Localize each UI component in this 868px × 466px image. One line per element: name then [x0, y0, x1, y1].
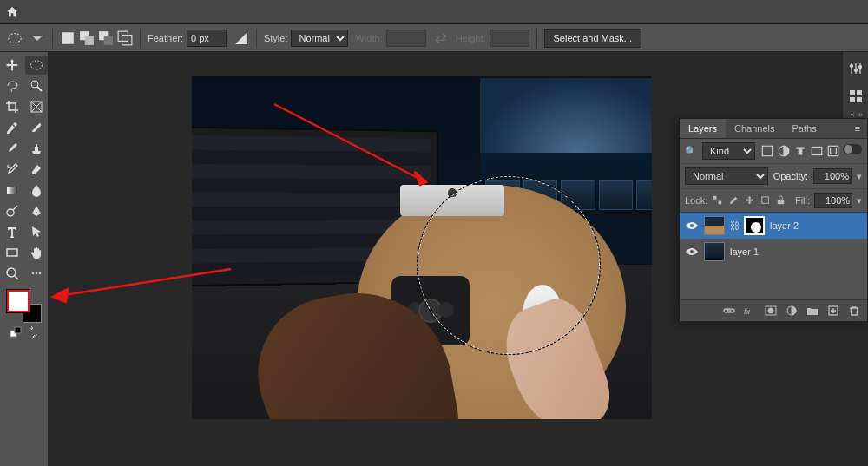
- new-layer-icon[interactable]: [827, 305, 839, 317]
- select-and-mask-button[interactable]: Select and Mask...: [544, 29, 642, 48]
- history-brush-tool-icon[interactable]: [1, 160, 23, 179]
- healing-brush-tool-icon[interactable]: [25, 118, 48, 137]
- svg-point-13: [32, 130, 34, 132]
- brush-tool-icon[interactable]: [1, 139, 23, 158]
- svg-rect-43: [778, 200, 785, 205]
- eraser-tool-icon[interactable]: [25, 160, 48, 179]
- feather-input[interactable]: [187, 30, 227, 47]
- layer-thumbnail[interactable]: [704, 242, 725, 261]
- foreground-color-swatch[interactable]: [7, 290, 30, 312]
- svg-rect-42: [761, 197, 768, 204]
- panel-menu-icon[interactable]: ≡: [848, 119, 867, 138]
- crop-tool-icon[interactable]: [1, 97, 23, 116]
- layer-filter-row: 🔍 Kind: [680, 139, 867, 164]
- layers-panel: « » Layers Channels Paths ≡ 🔍 Kind Norma…: [679, 118, 868, 322]
- lock-fill-row: Lock: Fill: ▾: [680, 189, 867, 213]
- lock-image-icon[interactable]: [727, 194, 739, 207]
- blur-tool-icon[interactable]: [25, 180, 48, 200]
- home-icon[interactable]: [5, 5, 19, 19]
- elliptical-marquee-tool-icon[interactable]: [25, 56, 48, 75]
- layer-thumbnail[interactable]: [704, 216, 725, 235]
- fill-input[interactable]: [814, 193, 852, 208]
- tab-layers[interactable]: Layers: [680, 119, 726, 138]
- layer-style-icon[interactable]: fx: [744, 305, 756, 317]
- group-icon[interactable]: [806, 305, 819, 317]
- svg-point-14: [39, 123, 41, 125]
- new-selection-icon[interactable]: [60, 30, 76, 46]
- opacity-dropdown-icon[interactable]: ▾: [857, 171, 862, 182]
- filter-type-icon[interactable]: [793, 144, 807, 158]
- blend-mode-select[interactable]: Normal: [685, 167, 768, 185]
- quick-selection-tool-icon[interactable]: [25, 76, 48, 95]
- lock-position-icon[interactable]: [744, 194, 755, 207]
- svg-marker-27: [53, 289, 68, 302]
- intersect-selection-icon[interactable]: [117, 30, 133, 46]
- link-layers-icon[interactable]: [723, 305, 735, 317]
- adjustments-dock-icon[interactable]: [848, 61, 864, 76]
- antialias-icon[interactable]: [233, 30, 249, 46]
- styles-dock-icon[interactable]: [848, 89, 864, 104]
- tool-preset-dropdown-icon[interactable]: [30, 30, 45, 46]
- adjustment-layer-icon[interactable]: [786, 305, 798, 317]
- frame-tool-icon[interactable]: [25, 97, 48, 116]
- options-bar: Feather: Style: Normal Width: Height: Se…: [0, 24, 868, 52]
- add-selection-icon[interactable]: [79, 30, 95, 46]
- swap-colors-icon[interactable]: [27, 326, 39, 338]
- hand-tool-icon[interactable]: [25, 243, 48, 262]
- tab-channels[interactable]: Channels: [726, 119, 783, 138]
- default-colors-icon[interactable]: [10, 326, 22, 338]
- layer-mask-thumbnail[interactable]: [744, 216, 765, 235]
- delete-layer-icon[interactable]: [848, 305, 860, 317]
- style-select[interactable]: Normal: [291, 30, 348, 47]
- clone-stamp-tool-icon[interactable]: [25, 139, 48, 158]
- visibility-toggle-icon[interactable]: [685, 245, 699, 259]
- layer-name[interactable]: layer 2: [770, 220, 799, 231]
- rectangle-tool-icon[interactable]: [1, 243, 23, 262]
- svg-rect-39: [831, 148, 837, 154]
- subtract-selection-icon[interactable]: [98, 30, 114, 46]
- layers-panel-footer: fx: [680, 299, 867, 321]
- gradient-tool-icon[interactable]: [1, 180, 23, 200]
- width-label: Width:: [355, 33, 382, 43]
- svg-point-19: [31, 272, 34, 275]
- viewport-bottom: [49, 457, 868, 466]
- dodge-tool-icon[interactable]: [1, 201, 23, 220]
- layer-row[interactable]: layer 1: [680, 239, 867, 265]
- eyedropper-tool-icon[interactable]: [1, 118, 23, 137]
- mask-link-icon[interactable]: ⛓: [730, 220, 739, 231]
- add-mask-icon[interactable]: [765, 305, 777, 317]
- layer-name[interactable]: layer 1: [730, 246, 759, 257]
- lock-all-icon[interactable]: [775, 194, 786, 207]
- path-selection-tool-icon[interactable]: [25, 222, 48, 241]
- lock-artboard-icon[interactable]: [760, 194, 771, 207]
- lock-transparent-icon[interactable]: [712, 194, 723, 207]
- filter-pixel-icon[interactable]: [760, 144, 774, 158]
- type-tool-icon[interactable]: [1, 222, 23, 241]
- filter-shape-icon[interactable]: [810, 144, 824, 158]
- panel-collapse-handle[interactable]: « »: [850, 110, 864, 119]
- opacity-label: Opacity:: [773, 171, 808, 181]
- fill-dropdown-icon[interactable]: ▾: [857, 195, 862, 207]
- elliptical-marquee-icon[interactable]: [7, 30, 23, 46]
- move-tool-icon[interactable]: [1, 56, 23, 75]
- edit-toolbar-icon[interactable]: [25, 264, 48, 283]
- tools-panel: [0, 52, 49, 466]
- filter-smart-icon[interactable]: [826, 144, 840, 158]
- opacity-input[interactable]: [813, 168, 852, 184]
- width-field: Width:: [355, 30, 425, 47]
- swap-dimensions-icon: [433, 30, 449, 46]
- filter-adjustment-icon[interactable]: [777, 144, 791, 158]
- visibility-toggle-icon[interactable]: [685, 219, 699, 233]
- svg-rect-33: [850, 97, 855, 102]
- zoom-tool-icon[interactable]: [1, 264, 23, 283]
- marquee-selection-indicator: [418, 176, 600, 354]
- filter-toggle-switch[interactable]: [843, 144, 862, 154]
- tab-paths[interactable]: Paths: [784, 119, 825, 138]
- document-canvas[interactable]: [192, 76, 652, 419]
- filter-kind-select[interactable]: Kind: [702, 142, 755, 160]
- pen-tool-icon[interactable]: [25, 201, 48, 220]
- lasso-tool-icon[interactable]: [1, 76, 23, 95]
- layers-panel-tabs: Layers Channels Paths ≡: [680, 119, 867, 139]
- layer-row[interactable]: ⛓ layer 2: [680, 213, 867, 239]
- separator: [256, 29, 257, 48]
